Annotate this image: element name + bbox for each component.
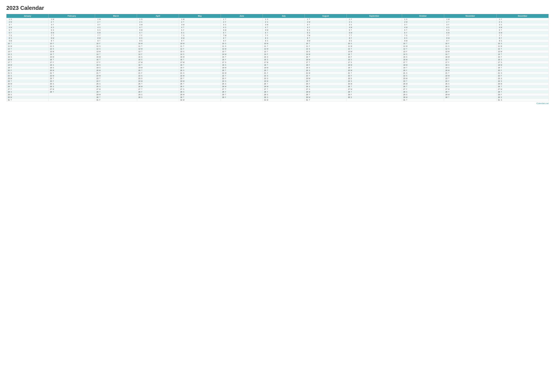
day-cell: 1S xyxy=(263,18,305,21)
day-number: 18 xyxy=(49,64,52,66)
day-number: 14 xyxy=(347,53,350,55)
day-letter: W xyxy=(448,37,450,39)
day-number: 18 xyxy=(95,64,98,66)
day-letter: S xyxy=(141,75,143,77)
day-number: 12 xyxy=(95,48,98,50)
day-number: 16 xyxy=(497,59,500,61)
month-header-june: June xyxy=(221,14,263,18)
day-number: 8 xyxy=(347,37,350,39)
day-letter: F xyxy=(500,56,503,58)
day-cell: 20S xyxy=(305,69,346,72)
day-cell: 1S xyxy=(137,18,179,21)
day-number: 23 xyxy=(305,78,308,79)
month-header-october: October xyxy=(402,14,444,18)
day-letter: T xyxy=(448,78,450,79)
day-cell: 17S xyxy=(497,61,549,64)
day-letter: W xyxy=(448,18,450,20)
day-cell: 4M xyxy=(497,26,549,29)
day-number: 31 xyxy=(7,99,10,101)
day-cell: 9S xyxy=(137,40,179,42)
day-number: 27 xyxy=(263,88,266,90)
day-number: 12 xyxy=(305,48,308,50)
day-number: 17 xyxy=(347,61,350,63)
day-number: 6 xyxy=(445,32,447,34)
day-cell: 20T xyxy=(263,69,305,72)
day-cell: 18S xyxy=(95,64,137,66)
day-number: 8 xyxy=(402,37,405,39)
day-number: 17 xyxy=(49,61,52,63)
day-letter: T xyxy=(99,35,101,36)
day-cell: 25T xyxy=(137,83,179,85)
day-cell: 19F xyxy=(179,66,221,69)
day-letter: S xyxy=(500,99,503,101)
day-number: 5 xyxy=(49,29,52,31)
day-number: 8 xyxy=(95,37,98,39)
day-letter: S xyxy=(308,48,311,50)
calendar-table: JanuaryFebruaryMarchAprilMayJuneJulyAugu… xyxy=(6,14,549,101)
day-letter: T xyxy=(448,59,450,61)
day-cell: 24M xyxy=(137,80,179,83)
day-number: 23 xyxy=(347,78,350,79)
calendar-row: 31T31F31W31M31T31T31S xyxy=(7,99,549,101)
day-number: 24 xyxy=(445,80,447,82)
day-letter: W xyxy=(308,96,311,98)
day-letter: S xyxy=(10,91,12,93)
day-letter: F xyxy=(500,37,503,39)
day-number: 10 xyxy=(138,43,140,44)
day-cell: 23W xyxy=(305,77,346,80)
day-letter: S xyxy=(350,80,352,82)
day-cell: 23S xyxy=(346,77,402,80)
day-number: 26 xyxy=(497,86,500,87)
day-letter: T xyxy=(266,45,269,47)
day-letter: S xyxy=(225,80,227,82)
day-letter: T xyxy=(52,35,54,36)
day-letter: T xyxy=(406,61,408,63)
day-number: 9 xyxy=(305,40,308,42)
day-letter: T xyxy=(141,45,143,47)
day-number: 6 xyxy=(263,32,266,34)
day-letter: T xyxy=(52,53,54,55)
day-number: 23 xyxy=(95,78,98,79)
day-number: 17 xyxy=(7,61,10,63)
day-cell: 21F xyxy=(263,72,305,74)
day-number: 10 xyxy=(263,43,266,44)
day-number: 29 xyxy=(497,94,500,95)
day-cell: 14T xyxy=(444,53,497,56)
day-number: 30 xyxy=(347,96,350,98)
day-number: 27 xyxy=(7,88,10,90)
day-cell: 14T xyxy=(497,53,549,56)
day-letter: S xyxy=(99,86,101,87)
day-number: 30 xyxy=(445,96,447,98)
day-number: 24 xyxy=(95,80,98,82)
day-letter: F xyxy=(225,40,227,42)
day-number: 21 xyxy=(95,72,98,74)
day-letter: M xyxy=(99,32,101,34)
day-cell: 17T xyxy=(402,61,444,64)
day-number: 3 xyxy=(221,24,224,26)
day-cell: 11T xyxy=(263,45,305,48)
day-letter: S xyxy=(183,69,185,71)
day-cell: 29S xyxy=(7,93,49,96)
day-number: 8 xyxy=(445,37,447,39)
day-number: 14 xyxy=(497,53,500,55)
day-letter: S xyxy=(10,72,12,74)
day-cell: 5S xyxy=(444,29,497,31)
day-cell: 5S xyxy=(49,29,95,31)
day-number: 19 xyxy=(221,67,224,69)
day-number: 9 xyxy=(263,40,266,42)
day-letter: M xyxy=(10,78,12,79)
day-cell: 1S xyxy=(402,18,444,21)
day-number: 19 xyxy=(7,67,10,69)
day-number: 19 xyxy=(497,67,500,69)
day-cell: 30W xyxy=(305,96,346,99)
day-letter: S xyxy=(308,29,311,31)
day-letter: W xyxy=(183,61,185,63)
day-number: 23 xyxy=(497,78,500,79)
day-number: 24 xyxy=(138,80,140,82)
day-letter: S xyxy=(448,64,450,66)
day-letter: T xyxy=(448,53,450,55)
day-number: 30 xyxy=(263,96,266,98)
day-number: 12 xyxy=(138,48,140,50)
day-letter: T xyxy=(225,94,227,95)
day-letter: W xyxy=(448,94,450,95)
